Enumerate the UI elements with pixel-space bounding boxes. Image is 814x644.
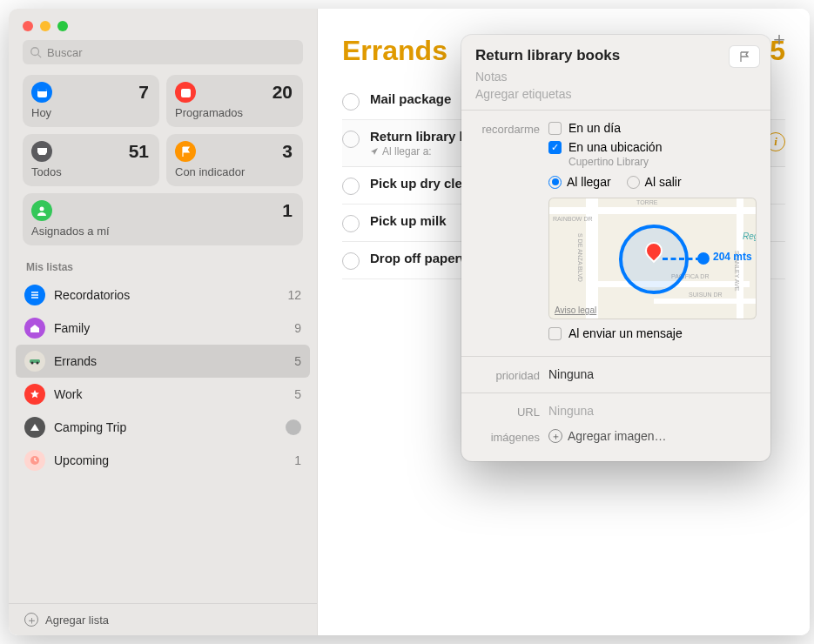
- flag-toggle-button[interactable]: [729, 45, 760, 68]
- close-window-button[interactable]: [23, 21, 33, 31]
- radius-value: 204 mts: [713, 251, 752, 263]
- maximize-window-button[interactable]: [57, 21, 68, 31]
- list-row-work[interactable]: Work 5: [16, 378, 310, 411]
- when-messaging-option[interactable]: Al enviar un mensaje: [548, 326, 757, 340]
- svg-rect-4: [181, 89, 191, 97]
- task-complete-radio[interactable]: [342, 93, 360, 111]
- add-image-button[interactable]: ＋ Agregar imagen…: [548, 429, 757, 443]
- user-lists: Recordatorios 12 Family 9 Errands 5: [9, 278, 317, 603]
- svg-point-0: [31, 48, 39, 56]
- smart-label: Programados: [175, 106, 293, 119]
- url-label: URL: [475, 404, 548, 419]
- list-count: 5: [294, 354, 301, 368]
- tray-icon: [31, 141, 52, 162]
- list-bullet-icon: [24, 285, 45, 305]
- smart-list-today[interactable]: 7 Hoy: [23, 75, 159, 127]
- checkbox-icon[interactable]: [548, 327, 562, 340]
- location-map[interactable]: TORRE RAINBOW DR S DE ANZA BLVD PACIFICA…: [548, 198, 757, 319]
- add-reminder-button[interactable]: ＋: [770, 26, 789, 52]
- smart-count: 51: [129, 141, 149, 162]
- url-row[interactable]: URL Ninguna: [461, 399, 770, 424]
- radio-off-icon: [627, 176, 640, 189]
- leaving-radio[interactable]: Al salir: [627, 175, 682, 189]
- list-label: Family: [54, 321, 294, 335]
- divider: [461, 356, 770, 357]
- reminder-details-popover: Return library books Notas Agregar etiqu…: [461, 35, 770, 461]
- shared-icon: [286, 419, 301, 435]
- add-list-label: Agregar lista: [45, 614, 109, 627]
- list-row-family[interactable]: Family 9: [16, 312, 310, 345]
- priority-row[interactable]: prioridad Ninguna: [461, 362, 770, 387]
- task-complete-radio[interactable]: [342, 178, 360, 195]
- task-complete-radio[interactable]: [342, 131, 360, 148]
- minimize-window-button[interactable]: [40, 21, 50, 31]
- tent-icon: [24, 417, 45, 438]
- search-field[interactable]: [23, 40, 303, 64]
- list-row-recordatorios[interactable]: Recordatorios 12: [16, 278, 310, 312]
- list-label: Camping Trip: [54, 420, 280, 434]
- flag-icon: [175, 141, 196, 162]
- checkbox-checked-icon[interactable]: ✓: [548, 141, 562, 154]
- remind-me-label: recordarme: [475, 121, 548, 136]
- arriving-radio[interactable]: Al llegar: [548, 175, 611, 189]
- svg-line-1: [38, 55, 42, 58]
- notes-field[interactable]: Notas: [475, 70, 757, 84]
- smart-label: Asignados a mí: [31, 225, 293, 238]
- svg-point-11: [37, 362, 39, 365]
- creek-label: Reg: [743, 231, 757, 241]
- radio-on-icon: [548, 176, 562, 189]
- images-label: imágenes: [475, 429, 548, 444]
- list-label: Work: [54, 387, 294, 401]
- add-list-button[interactable]: ＋ Agregar lista: [9, 603, 317, 635]
- remind-on-day-option[interactable]: En un día: [548, 121, 757, 135]
- radius-drag-handle[interactable]: [697, 252, 710, 265]
- images-row[interactable]: imágenes ＋ Agregar imagen…: [461, 424, 770, 456]
- sidebar: 7 Hoy 20 Programados 51 Todos: [9, 9, 318, 635]
- calendar-icon: [175, 82, 196, 103]
- smart-list-flagged[interactable]: 3 Con indicador: [166, 134, 303, 186]
- clock-icon: [24, 450, 45, 471]
- search-icon: [30, 46, 42, 58]
- smart-list-all[interactable]: 51 Todos: [23, 134, 159, 186]
- url-value[interactable]: Ninguna: [548, 404, 757, 418]
- smart-label: Hoy: [31, 106, 149, 119]
- smart-count: 20: [272, 82, 293, 103]
- tags-field[interactable]: Agregar etiquetas: [475, 87, 757, 101]
- divider: [461, 392, 770, 393]
- location-name[interactable]: Cupertino Library: [568, 156, 757, 168]
- checkbox-icon[interactable]: [548, 122, 562, 135]
- remind-at-location-option[interactable]: ✓ En una ubicación: [548, 140, 757, 154]
- person-icon: [31, 200, 52, 221]
- remind-me-row: recordarme En un día ✓ En una ubicación …: [461, 116, 770, 351]
- task-complete-radio[interactable]: [342, 215, 360, 232]
- list-row-camping-trip[interactable]: Camping Trip: [16, 411, 310, 444]
- list-count: 5: [294, 387, 301, 401]
- list-count: 9: [294, 321, 301, 335]
- list-row-errands[interactable]: Errands 5: [16, 345, 310, 378]
- smart-count: 1: [282, 200, 293, 221]
- search-input[interactable]: [47, 46, 296, 59]
- priority-label: prioridad: [475, 367, 548, 382]
- radius-line: [663, 258, 701, 260]
- list-row-upcoming[interactable]: Upcoming 1: [16, 444, 310, 477]
- plus-circle-icon: ＋: [548, 429, 562, 443]
- plus-circle-icon: ＋: [24, 613, 38, 627]
- priority-value[interactable]: Ninguna: [548, 367, 757, 381]
- location-arrow-icon: [370, 147, 379, 156]
- list-label: Upcoming: [54, 453, 294, 467]
- svg-point-10: [31, 362, 34, 365]
- street-label: SUISUN DR: [689, 292, 723, 298]
- smart-label: Todos: [31, 165, 149, 178]
- smart-list-assigned[interactable]: 1 Asignados a mí: [23, 193, 303, 245]
- svg-point-5: [40, 207, 44, 211]
- list-title: Errands: [342, 35, 447, 67]
- app-window: 7 Hoy 20 Programados 51 Todos: [9, 9, 810, 635]
- flag-outline-icon: [738, 50, 750, 63]
- smart-list-scheduled[interactable]: 20 Programados: [166, 75, 303, 127]
- task-complete-radio[interactable]: [342, 252, 360, 270]
- list-count: 1: [294, 453, 301, 467]
- smart-count: 7: [138, 82, 149, 103]
- popover-title[interactable]: Return library books: [475, 47, 757, 64]
- legal-link[interactable]: Aviso legal: [555, 305, 596, 315]
- smart-lists-grid: 7 Hoy 20 Programados 51 Todos: [9, 75, 317, 245]
